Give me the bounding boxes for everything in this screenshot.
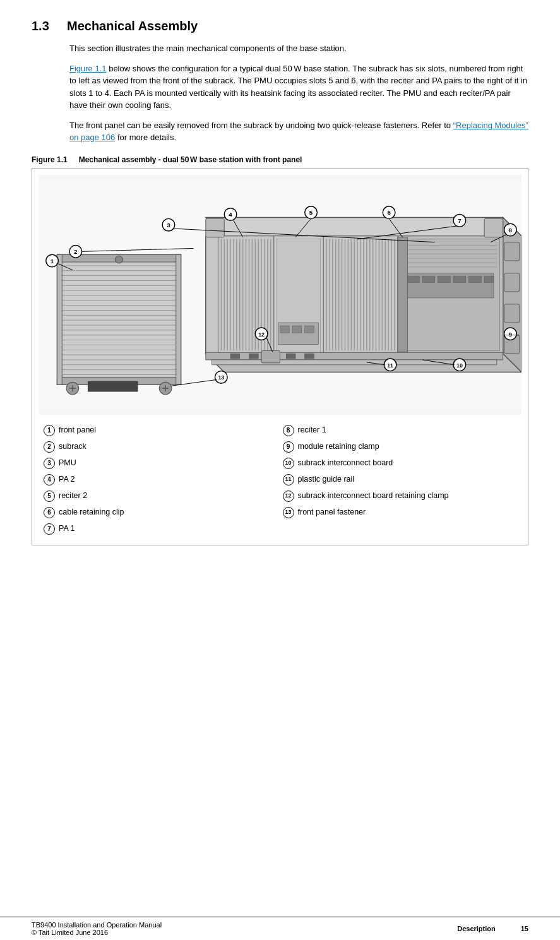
svg-rect-117 [261,350,280,363]
svg-rect-53 [422,276,435,282]
footer-section-label: Description [457,925,496,932]
replacing-modules-link[interactable]: “Replacing Modules” on page 106 [69,121,528,143]
svg-rect-37 [88,381,137,391]
svg-text:2: 2 [74,248,78,255]
legend-item-4: 4 PA 2 [44,473,283,487]
figure-image-area: 1 2 3 4 5 6 [39,175,521,415]
footer-page-number: 15 [521,925,528,932]
svg-rect-87 [305,326,314,333]
legend-item-12: 12 subrack interconnect board retaining … [283,489,522,503]
legend-item-9: 9 module retaining clamp [283,440,522,454]
legend-right-col: 8 reciter 1 9 module retaining clamp 10 … [283,424,522,536]
svg-rect-52 [407,276,420,282]
svg-rect-107 [504,273,520,291]
svg-rect-111 [230,354,240,359]
legend-item-5: 5 reciter 2 [44,489,283,503]
svg-rect-85 [280,326,290,333]
svg-rect-29 [57,254,62,384]
svg-text:3: 3 [167,222,170,229]
body-paragraph-1: This section illustrates the main mechan… [69,42,528,55]
svg-rect-118 [398,237,408,351]
legend-item-11: 11 plastic guide rail [283,473,522,487]
legend-item-6: 6 cable retaining clip [44,506,283,520]
section-title: Mechanical Assembly [67,19,198,33]
figure-link[interactable]: Figure 1.1 [69,64,107,73]
svg-rect-56 [469,276,482,282]
svg-text:10: 10 [456,362,463,368]
svg-rect-54 [438,276,451,282]
svg-rect-1 [57,254,181,384]
svg-rect-114 [286,354,295,359]
svg-rect-115 [305,354,314,359]
legend-area: 1 front panel 2 subrack 3 PMU 4 PA 2 5 [39,421,521,538]
legend-item-13: 13 front panel fastener [283,506,522,520]
svg-rect-106 [504,242,520,260]
svg-rect-30 [176,254,181,384]
figure-label: Figure 1.1 [32,155,68,164]
legend-left-col: 1 front panel 2 subrack 3 PMU 4 PA 2 5 [44,424,283,536]
svg-rect-108 [504,304,520,322]
legend-item-1: 1 front panel [44,424,283,437]
svg-text:11: 11 [387,362,393,368]
svg-rect-112 [249,354,258,359]
svg-text:12: 12 [258,331,265,337]
legend-item-10: 10 subrack interconnect board [283,456,522,470]
svg-text:8: 8 [509,226,513,233]
footer-right-area: Description 15 [457,925,528,932]
section-number: 1.3 [32,19,57,33]
footer-left-text: TB9400 Installation and Operation Manual… [32,921,162,936]
legend-item-2: 2 subrack [44,440,283,454]
figure-box: 1 2 3 4 5 6 [32,168,528,545]
svg-marker-39 [206,217,521,235]
svg-text:9: 9 [509,330,513,337]
legend-item-8: 8 reciter 1 [283,424,522,437]
svg-text:4: 4 [229,211,232,218]
svg-text:1: 1 [51,257,54,264]
svg-rect-55 [453,276,466,282]
body-paragraph-3: The front panel can be easily removed fr… [69,119,528,144]
svg-text:13: 13 [218,374,224,381]
svg-text:7: 7 [458,217,462,224]
legend-item-3: 3 PMU [44,456,283,470]
legend-item-7: 7 PA 1 [44,522,283,536]
svg-rect-120 [484,218,503,237]
svg-rect-57 [484,276,494,282]
svg-rect-86 [292,326,302,333]
svg-text:6: 6 [387,209,391,216]
svg-rect-119 [206,218,224,237]
svg-point-38 [116,256,123,263]
page-footer: TB9400 Installation and Operation Manual… [0,917,560,940]
body-paragraph-2: Figure 1.1 below shows the configuration… [69,62,528,112]
svg-text:5: 5 [309,209,313,216]
figure-caption-spacer: Mechanical assembly - dual 50 W base sta… [79,155,302,164]
